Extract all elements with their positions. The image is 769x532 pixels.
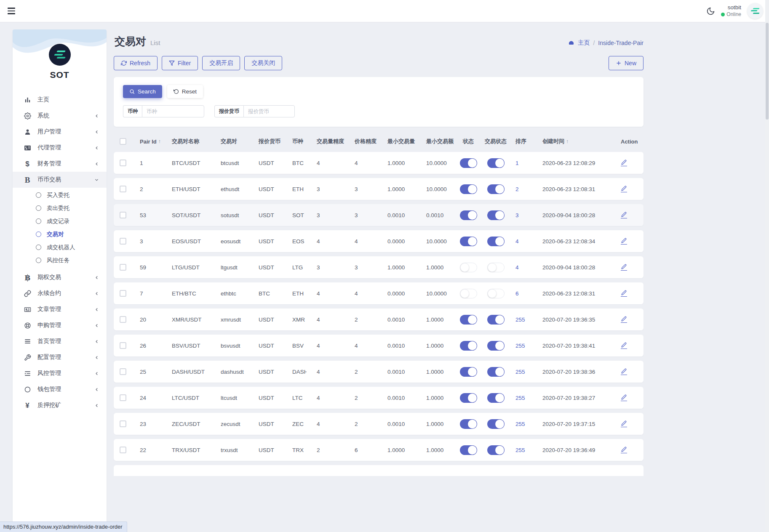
- row-checkbox[interactable]: [120, 212, 126, 218]
- sidebar-item[interactable]: ฿期权交易: [13, 269, 107, 285]
- status-toggle[interactable]: [460, 445, 477, 455]
- trade-close-button[interactable]: 交易关闭: [244, 56, 282, 70]
- edit-icon[interactable]: [621, 290, 627, 297]
- trade-status-toggle[interactable]: [487, 237, 505, 246]
- sidebar-subitem[interactable]: 卖出委托: [13, 202, 107, 215]
- status-toggle[interactable]: [460, 184, 477, 194]
- breadcrumb-home-link[interactable]: 主页: [578, 39, 590, 47]
- trade-status-toggle[interactable]: [487, 184, 505, 194]
- status-toggle[interactable]: [460, 315, 477, 325]
- row-checkbox[interactable]: [120, 264, 126, 271]
- sidebar-item[interactable]: $财务管理: [13, 156, 107, 172]
- trade-open-button[interactable]: 交易开启: [202, 56, 240, 70]
- sidebar-item[interactable]: 代理管理: [13, 140, 107, 156]
- row-checkbox[interactable]: [120, 368, 126, 375]
- sort-link[interactable]: 255: [515, 369, 525, 375]
- sidebar-item[interactable]: 配置管理: [13, 349, 107, 365]
- sidebar-subitem[interactable]: 买入委托: [13, 189, 107, 202]
- status-toggle[interactable]: [460, 237, 477, 246]
- page-scrollbar[interactable]: [765, 0, 769, 532]
- trade-status-toggle[interactable]: [487, 263, 505, 272]
- dark-mode-toggle-moon-icon[interactable]: [706, 7, 715, 16]
- sidebar-item[interactable]: 风控管理: [13, 365, 107, 381]
- sidebar-subitem[interactable]: 风控任务: [13, 254, 107, 267]
- status-toggle[interactable]: [460, 341, 477, 351]
- sidebar-item[interactable]: 文章管理: [13, 301, 107, 317]
- trade-status-toggle[interactable]: [487, 419, 505, 429]
- status-toggle[interactable]: [460, 367, 477, 377]
- filter-button[interactable]: Filter: [162, 56, 198, 70]
- sidebar-item[interactable]: 首页管理: [13, 333, 107, 349]
- edit-icon[interactable]: [621, 420, 627, 428]
- edit-icon[interactable]: [621, 264, 627, 271]
- row-checkbox[interactable]: [120, 238, 126, 245]
- sidebar-item[interactable]: 永续合约: [13, 285, 107, 301]
- sort-link[interactable]: 3: [515, 212, 519, 218]
- sidebar-item[interactable]: 系统: [13, 108, 107, 124]
- status-toggle[interactable]: [460, 289, 477, 298]
- sort-link[interactable]: 255: [515, 317, 525, 323]
- row-checkbox[interactable]: [120, 420, 126, 427]
- trade-status-toggle[interactable]: [487, 367, 505, 377]
- edit-icon[interactable]: [621, 212, 627, 219]
- row-checkbox[interactable]: [120, 394, 126, 401]
- menu-icon[interactable]: [8, 7, 19, 15]
- sort-link[interactable]: 4: [515, 238, 519, 245]
- refresh-button[interactable]: Refresh: [114, 56, 158, 70]
- edit-icon[interactable]: [621, 238, 627, 245]
- edit-icon[interactable]: [621, 368, 627, 375]
- sidebar-item[interactable]: ¥质押挖矿: [13, 397, 107, 413]
- sort-asc-arrow-icon[interactable]: ↑: [158, 138, 161, 144]
- status-toggle[interactable]: [460, 393, 477, 403]
- reset-button[interactable]: Reset: [167, 85, 203, 98]
- sidebar-item[interactable]: 钱包管理: [13, 381, 107, 397]
- row-checkbox[interactable]: [120, 447, 126, 453]
- select-all-checkbox[interactable]: [120, 138, 126, 145]
- search-button[interactable]: Search: [123, 85, 162, 98]
- column-header[interactable]: Pair Id↑: [132, 138, 162, 145]
- edit-icon[interactable]: [621, 186, 627, 193]
- row-checkbox[interactable]: [120, 160, 126, 166]
- trade-status-toggle[interactable]: [487, 315, 505, 325]
- edit-icon[interactable]: [621, 447, 627, 454]
- sort-link[interactable]: 255: [515, 421, 525, 427]
- row-checkbox[interactable]: [120, 186, 126, 192]
- sort-link[interactable]: 6: [515, 290, 519, 297]
- new-button[interactable]: New: [609, 56, 644, 70]
- edit-icon[interactable]: [621, 316, 627, 323]
- sort-link[interactable]: 1: [515, 160, 519, 166]
- status-toggle[interactable]: [460, 158, 477, 168]
- status-toggle[interactable]: [460, 419, 477, 429]
- edit-icon[interactable]: [621, 394, 627, 402]
- trade-status-toggle[interactable]: [487, 445, 505, 455]
- sort-link[interactable]: 255: [515, 343, 525, 349]
- trade-status-toggle[interactable]: [487, 158, 505, 168]
- quote-field-input[interactable]: [243, 105, 295, 117]
- sort-link[interactable]: 255: [515, 395, 525, 401]
- sidebar-subitem[interactable]: 成交机器人: [13, 241, 107, 254]
- trade-status-toggle[interactable]: [487, 393, 505, 403]
- row-checkbox[interactable]: [120, 342, 126, 349]
- sidebar-item[interactable]: 申购管理: [13, 317, 107, 333]
- trade-status-toggle[interactable]: [487, 341, 505, 351]
- trade-status-toggle[interactable]: [487, 210, 505, 220]
- trade-status-toggle[interactable]: [487, 289, 505, 298]
- avatar[interactable]: [747, 3, 763, 19]
- sort-asc-arrow-icon[interactable]: ↑: [566, 138, 569, 144]
- coin-field-input[interactable]: [142, 105, 204, 117]
- column-header[interactable]: 创建时间↑: [531, 138, 608, 145]
- row-checkbox[interactable]: [120, 290, 126, 297]
- edit-icon[interactable]: [621, 160, 627, 167]
- user-menu[interactable]: sotbit Online: [721, 4, 741, 18]
- sidebar-subitem[interactable]: 交易对: [13, 228, 107, 241]
- sidebar-item[interactable]: 用户管理: [13, 124, 107, 140]
- sort-link[interactable]: 2: [515, 186, 519, 192]
- sidebar-item[interactable]: B币币交易: [13, 172, 107, 188]
- row-checkbox[interactable]: [120, 316, 126, 323]
- sort-link[interactable]: 4: [515, 264, 519, 271]
- status-toggle[interactable]: [460, 210, 477, 220]
- edit-icon[interactable]: [621, 342, 627, 349]
- sidebar-item[interactable]: 主页: [13, 92, 107, 108]
- sort-link[interactable]: 255: [515, 447, 525, 453]
- status-toggle[interactable]: [460, 263, 477, 272]
